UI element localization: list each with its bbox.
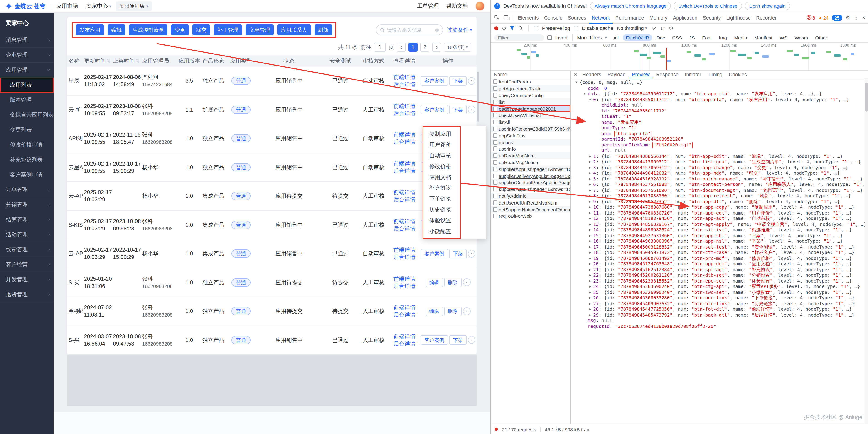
json-line[interactable]: childList: null [573, 102, 866, 108]
op-button-1[interactable]: 客户案例 [421, 249, 448, 259]
json-line[interactable]: requstId: "3cc7053674ed4138b0a829d798f06… [573, 324, 866, 329]
table-row[interactable]: S-买 2025-01-2018:31:06 张科16620983208 [67, 268, 476, 297]
detail-tab[interactable]: Preview [629, 70, 653, 78]
toolbar-button[interactable]: 编辑 [107, 25, 125, 35]
table-row[interactable]: S-买 2024-03-0716:56:04 2023-10-0809:47:5… [67, 326, 476, 355]
close-devtools-icon[interactable]: × [862, 14, 865, 21]
banner-action-button[interactable]: Don't show again [745, 2, 790, 10]
table-header-cell[interactable]: 应用管理员 ⇅ [141, 57, 179, 65]
request-row[interactable]: getAgreementTrack [491, 85, 570, 92]
sidebar-item[interactable]: 版本管理 › [0, 93, 54, 107]
json-line[interactable]: ▶4: {id: "787849844490412032", num: "btn… [573, 170, 866, 176]
op-button-2[interactable]: 下架 [449, 105, 467, 114]
front-detail-link[interactable]: 前端详情 [394, 102, 415, 110]
json-line[interactable]: ▶28: {id: "787849845447725056", num: "bt… [573, 307, 866, 312]
json-line[interactable]: msg: null [573, 318, 866, 324]
devtools-tab[interactable]: Network [589, 12, 613, 23]
request-row[interactable]: frontEndParam [491, 78, 570, 85]
json-line[interactable]: ▶22: {id: "787849845200261120", num: "bt… [573, 272, 866, 278]
json-line[interactable]: ▶19: {id: "787849845080701492", num: "bt… [573, 256, 866, 261]
twisty-icon[interactable]: ▶ [589, 307, 593, 312]
json-line[interactable]: url: null [573, 148, 866, 154]
devtools-tab[interactable]: Performance [613, 12, 647, 23]
sidebar-item[interactable]: 消息管理 › [0, 33, 54, 47]
request-row[interactable]: queryCommonConfig [491, 92, 570, 99]
json-line[interactable]: ▶7: {id: "787849844557561090", num: "btn… [573, 188, 866, 193]
twisty-icon[interactable]: ▶ [589, 238, 593, 244]
twisty-icon[interactable]: ▶ [589, 210, 593, 216]
sidebar-item[interactable]: 修改价格申请 › [0, 137, 54, 153]
network-overview-timeline[interactable]: 200 ms 400 ms 600 ms 800 ms [491, 43, 868, 71]
twisty-icon[interactable]: ▶ [589, 244, 593, 250]
back-detail-link[interactable]: 后台详情 [394, 254, 415, 261]
table-header-cell[interactable]: 审核方式 ⇅ [358, 57, 390, 65]
twisty-icon[interactable]: ▶ [589, 193, 593, 199]
request-row[interactable]: unReadMsgNotice [491, 159, 570, 166]
banner-action-button[interactable]: Always match Chrome's language [590, 2, 671, 10]
back-detail-link[interactable]: 后台详情 [394, 340, 415, 347]
op-button-1[interactable]: 客户案例 [421, 335, 448, 345]
settings-gear-icon[interactable]: ⚙ [845, 14, 850, 21]
json-line[interactable]: ▶2: {id: "787849844413869312", num: "btn… [573, 159, 866, 165]
avatar[interactable] [475, 1, 485, 11]
json-line[interactable]: ▶1: {id: "787849844388566144", num: "btn… [573, 154, 866, 159]
toolbar-button[interactable]: 生成控制清单 [129, 25, 167, 35]
sidebar-item[interactable]: 应用管理 › [0, 63, 54, 77]
search-icon[interactable] [518, 26, 523, 31]
request-type-chip[interactable]: Fetch/XHR [623, 34, 652, 41]
twisty-icon[interactable]: ▶ [589, 188, 593, 193]
back-detail-link[interactable]: 后台详情 [394, 196, 415, 203]
json-line[interactable]: id: "787849844355011712" [573, 108, 866, 114]
table-row[interactable]: 云-API改 2025-02-1710:03:29 杨小华 [67, 182, 476, 211]
request-row[interactable]: appSafeTips [491, 132, 570, 139]
clear-search-icon[interactable]: ⊗ [435, 27, 439, 33]
request-row[interactable]: reqToBiForWeb [491, 213, 570, 220]
json-line[interactable]: ▶9: {id: "787849844709527352", num: "btn… [573, 199, 866, 204]
request-row[interactable]: supplierDeliveryAppList?page=1&r… [491, 172, 570, 179]
context-menu-item[interactable]: 修改价格 [424, 161, 460, 171]
twisty-icon[interactable]: ▶ [589, 272, 593, 278]
more-actions-icon[interactable]: ⋯ [468, 336, 475, 344]
seller-center-dropdown[interactable]: 卖家中心 ▾ [86, 2, 112, 10]
request-row[interactable]: supplierContentPackAppList?page=… [491, 179, 570, 186]
twisty-icon[interactable]: ▶ [589, 233, 593, 238]
table-header-cell[interactable]: 操作 ⇅ [420, 57, 476, 65]
table-header-cell[interactable]: 状态 ⇅ [255, 57, 323, 65]
request-type-chip[interactable]: Doc [653, 34, 668, 41]
json-line[interactable]: ▶15: {id: "787849844927631360", num: "bt… [573, 233, 866, 238]
json-line[interactable]: ▶25: {id: "787849845326990240", num: "bt… [573, 290, 866, 295]
json-line[interactable]: code: 0 [573, 86, 866, 91]
table-row[interactable]: 星辰 2025-02-1711:13:02 2024-08-0614:58:49… [67, 67, 476, 96]
json-line[interactable]: ▼0: {id: "787849844355011712", num: "btn… [573, 97, 866, 102]
banner-action-button[interactable]: Switch DevTools to Chinese [674, 2, 742, 10]
request-row[interactable]: list [491, 99, 570, 105]
context-menu-item[interactable]: 体验设置 [424, 215, 460, 225]
more-actions-icon[interactable]: ⋯ [468, 77, 475, 85]
inspect-element-icon[interactable] [492, 13, 501, 22]
json-line[interactable]: ▶13: {id: "787849844856329167", num: "bt… [573, 222, 866, 227]
table-header-cell[interactable]: 产品形态 ⇅ [200, 57, 227, 65]
table-header-cell[interactable]: 上架时间 ⇅ [112, 57, 141, 65]
table-header-cell[interactable]: 查看详情 ⇅ [390, 57, 420, 65]
json-line[interactable]: ▶23: {id: "787849845233815552", num: "bt… [573, 278, 866, 284]
detail-scrollbar-thumb[interactable] [865, 82, 868, 111]
toolbar-button[interactable]: 补丁管理 [214, 25, 242, 35]
brand[interactable]: 金蝶云 苍穹 [5, 2, 45, 10]
front-detail-link[interactable]: 前端详情 [394, 131, 415, 138]
twisty-icon[interactable]: ▶ [589, 227, 593, 233]
twisty-icon[interactable]: ▶ [589, 301, 593, 307]
detail-tab[interactable]: Initiator [682, 70, 704, 78]
help-docs-link[interactable]: 帮助文档 [446, 2, 468, 10]
sidebar-item[interactable]: 变更列表 › [0, 123, 54, 137]
sidebar-item[interactable]: 企业管理 › [0, 47, 54, 63]
twisty-icon[interactable]: ▶ [589, 182, 593, 188]
json-line[interactable]: permissionItemNum: "FUN20020-mgt" [573, 142, 866, 148]
more-actions-icon[interactable]: ⋯ [468, 250, 475, 258]
back-detail-link[interactable]: 后台详情 [394, 167, 415, 175]
record-icon[interactable] [494, 26, 498, 30]
request-list-header[interactable]: Name [491, 71, 570, 78]
page-number-button[interactable]: 2 [420, 43, 429, 52]
request-row[interactable]: getSupplerNoticeDocument?docu… [491, 206, 570, 213]
more-actions-icon[interactable]: ⋯ [463, 307, 470, 315]
op-button-1[interactable]: 客户案例 [421, 76, 448, 86]
